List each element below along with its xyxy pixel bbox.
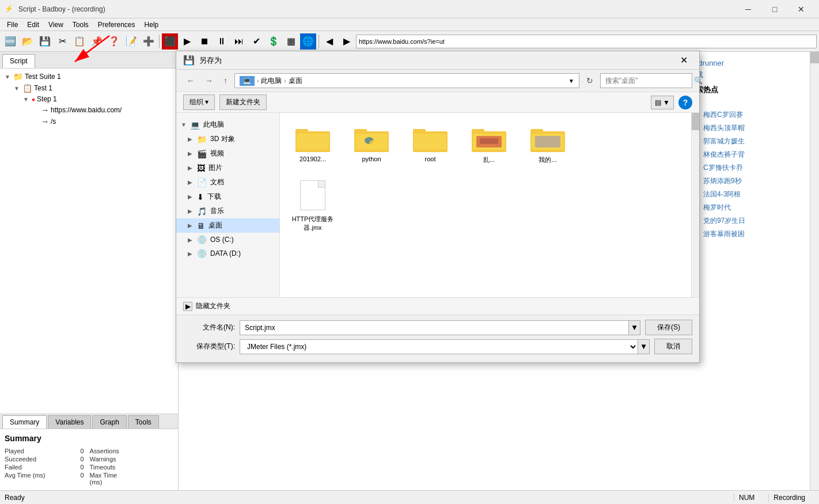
dialog-right-scrollbar[interactable] [691,113,699,297]
expand-desktop: ▶ [188,222,194,229]
jmx-file-name: HTTP代理服务器.jmx [290,215,335,232]
tree-music[interactable]: ▶ 🎵 音乐 [176,204,279,218]
jmx-file-icon [294,178,331,213]
documents-icon: 📄 [197,178,207,187]
hide-files-row: ▶ 隐藏文件夹 [176,297,699,314]
expand-3d: ▶ [188,136,194,142]
dialog-refresh-btn[interactable]: ↻ [583,75,597,86]
folder-item-5[interactable]: 我的... [522,120,574,168]
save-dialog-btn[interactable]: 保存(S) [645,320,692,335]
svg-rect-11 [413,129,426,134]
dialog-search-input[interactable] [605,77,692,85]
svg-rect-21 [535,136,560,147]
view-button[interactable]: ▤ ▼ [651,96,674,109]
folder-name-5: 我的... [539,156,556,164]
filename-label: 文件名(N): [183,323,235,332]
folder-item-1[interactable]: 201902... [287,120,339,168]
breadcrumb-item-1: 此电脑 [261,76,282,86]
music-label: 音乐 [210,206,224,216]
svg-rect-3 [295,129,308,134]
filetype-select[interactable]: JMeter Files (*.jmx) [240,339,638,354]
svg-rect-6 [354,129,367,134]
music-icon: 🎵 [197,207,207,216]
folder-item-2[interactable]: python [346,120,397,168]
expand-documents: ▶ [188,179,194,185]
file-page [300,180,325,210]
dialog-file-area[interactable]: 201902... python [280,113,699,297]
file-item-jmx[interactable]: HTTP代理服务器.jmx [287,175,339,236]
tree-documents[interactable]: ▶ 📄 文档 [176,175,279,190]
desktop-icon: 🖥 [197,221,205,230]
help-circle-button[interactable]: ? [678,96,692,109]
folder-item-4[interactable]: 乱... [463,120,515,168]
dialog-actions-bar: 组织 ▾ 新建文件夹 ▤ ▼ ? [176,92,699,113]
tree-datadrive[interactable]: ▶ 💿 DATA (D:) [176,247,279,260]
tree-desktop[interactable]: ▶ 🖥 桌面 [176,218,279,233]
computer-icon: 💻 [190,120,200,130]
folder-name-2: python [362,156,381,162]
breadcrumb-dropdown-btn[interactable]: ▼ [568,78,574,84]
file-corner [318,181,325,188]
expand-downloads: ▶ [188,194,194,200]
svg-rect-12 [414,134,446,150]
tree-pictures[interactable]: ▶ 🖼 图片 [176,161,279,175]
new-folder-button[interactable]: 新建文件夹 [219,94,267,110]
pictures-label: 图片 [208,163,222,173]
osdrive-icon: 💿 [197,235,207,244]
filename-row: 文件名(N): ▼ 保存(S) [183,320,692,335]
svg-rect-17 [480,138,498,144]
cancel-dialog-btn[interactable]: 取消 [654,339,692,354]
pictures-icon: 🖼 [197,164,205,173]
3d-icon: 📁 [197,135,207,144]
filename-dropdown-btn[interactable]: ▼ [629,320,640,335]
folder-item-3[interactable]: root [404,120,456,168]
hide-files-label: 隐藏文件夹 [196,301,230,311]
osdrive-label: OS (C:) [210,236,234,244]
dialog-forward-btn[interactable]: → [202,75,217,86]
dialog-close-button[interactable]: ✕ [676,52,692,68]
datadrive-label: DATA (D:) [210,249,241,257]
breadcrumb-arrow-1: › [257,78,259,84]
tree-downloads[interactable]: ▶ ⬇ 下载 [176,190,279,204]
expand-osdrive: ▶ [188,237,194,243]
computer-label: 此电脑 [203,120,224,130]
filetype-row: 保存类型(T): JMeter Files (*.jmx) ▼ 取消 [183,339,692,354]
video-label: 视频 [210,149,224,158]
filetype-dropdown-btn[interactable]: ▼ [638,339,650,354]
3d-label: 3D 对象 [210,134,235,144]
dialog-title: 另存为 [199,55,676,66]
folder-name-3: root [425,156,436,162]
organise-button[interactable]: 组织 ▾ [183,94,215,110]
dialog-back-btn[interactable]: ← [183,75,198,86]
folder-name-4: 乱... [483,156,495,164]
folder-svg-3 [412,123,449,153]
hide-files-toggle[interactable]: ▶ [183,302,192,311]
tree-osdrive[interactable]: ▶ 💿 OS (C:) [176,233,279,247]
tree-computer[interactable]: ▼ 💻 此电脑 [176,118,279,132]
breadcrumb[interactable]: 💻 › 此电脑 › 桌面 ▼ [234,73,579,88]
dialog-footer: 文件名(N): ▼ 保存(S) 保存类型(T): JMeter Files (*… [176,314,699,362]
expand-video: ▶ [188,150,194,157]
breadcrumb-arrow-2: › [284,78,286,84]
search-icon: 🔍 [694,77,703,85]
filename-input[interactable] [240,320,629,335]
svg-rect-14 [472,129,484,134]
file-grid: HTTP代理服务器.jmx [280,175,699,242]
folder-svg-5 [529,123,566,153]
expand-datadrive: ▶ [188,251,194,257]
svg-rect-19 [530,129,543,134]
dialog-toolbar: ← → ↑ 💻 › 此电脑 › 桌面 ▼ ↻ 🔍 [176,70,699,92]
dialog-up-btn[interactable]: ↑ [220,75,231,86]
svg-point-9 [369,140,378,147]
dialog-icon: 💾 [183,55,195,66]
desktop-label: 桌面 [208,221,222,230]
breadcrumb-item-2: 桌面 [289,76,302,86]
downloads-icon: ⬇ [197,192,204,202]
folder-svg-1 [294,123,331,153]
expand-music: ▶ [188,208,194,214]
folder-svg-4 [471,123,507,153]
folder-name-1: 201902... [299,156,326,162]
tree-3d[interactable]: ▶ 📁 3D 对象 [176,132,279,146]
tree-video[interactable]: ▶ 🎬 视频 [176,146,279,161]
search-box[interactable]: 🔍 [600,73,692,88]
